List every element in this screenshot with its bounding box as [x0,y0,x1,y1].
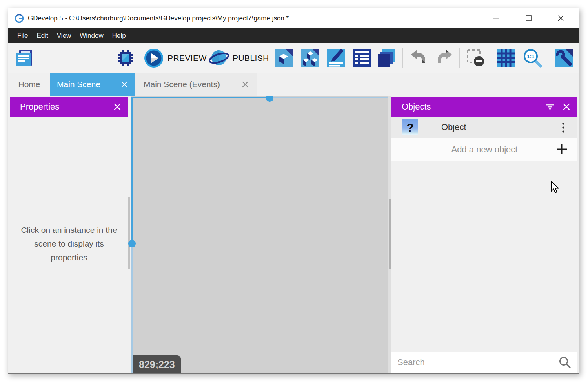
objects-list-icon [352,48,372,68]
window-title: GDevelop 5 - C:\Users\charburg\Documents… [28,8,289,28]
tab-main-scene-events[interactable]: Main Scene (Events) [135,73,257,96]
desktop: GDevelop 5 - C:\Users\charburg\Documents… [0,0,588,384]
clear-mask-button[interactable] [466,48,486,68]
edit-scene-properties-button[interactable] [326,48,346,68]
objects-editor-icon [273,48,294,68]
publish-label[interactable]: PUBLISH [233,43,269,73]
publish-globe-icon [209,48,229,68]
toolbar-separator [459,48,460,68]
gdevelop-logo-icon [14,13,24,24]
menu-edit[interactable]: Edit [32,28,52,43]
tab-main-scene[interactable]: Main Scene [50,73,135,96]
object-list-item[interactable]: ? Object [391,117,577,138]
edit-object-groups-button[interactable] [300,48,320,68]
kebab-menu-icon [562,123,564,133]
close-icon [558,15,564,21]
close-window-button[interactable] [552,11,570,26]
edit-objects-button[interactable] [273,48,294,68]
editor-content: Properties Click on an instance in the s… [8,96,579,373]
toolbar-separator [491,48,491,68]
properties-panel-title: Properties [10,102,59,112]
menu-help[interactable]: Help [108,28,130,43]
undo-button[interactable] [408,48,428,68]
grid-icon [496,48,517,68]
mouse-cursor [550,181,561,195]
zoom-1-1-icon: 1:1 [522,48,543,68]
scene-resize-handle-left[interactable] [128,240,136,247]
preview-button[interactable] [144,48,164,68]
properties-panel: Properties Click on an instance in the s… [10,97,128,373]
maximize-button[interactable] [519,11,537,26]
open-settings-button[interactable] [554,48,574,68]
properties-scrollbar[interactable] [128,197,130,269]
debugger-button[interactable] [115,48,136,68]
menu-file[interactable]: File [13,28,32,43]
publish-button[interactable] [209,48,229,68]
plus-icon [556,143,568,155]
instances-list-icon [376,48,397,68]
zoom-original-button[interactable]: 1:1 [522,48,543,68]
open-instances-list-button[interactable] [376,48,397,68]
toolbar-separator [402,48,403,68]
filter-objects-button[interactable] [546,103,554,111]
objects-search-input[interactable] [391,357,559,368]
minimize-button[interactable] [487,11,505,26]
search-icon [559,356,571,369]
redo-button[interactable] [435,48,455,68]
menu-bar: File Edit View Window Help [8,28,579,43]
zoom-ratio-label: 1:1 [527,53,535,59]
canvas-scrollbar-thumb[interactable] [389,199,391,269]
scene-border-left-light [131,243,133,373]
mask-remove-icon [466,48,486,68]
open-objects-list-button[interactable] [352,48,372,68]
tab-main-scene-events-label: Main Scene (Events) [144,80,220,89]
editor-tab-bar: Home Main Scene Main Scene (Events) [8,73,579,96]
toolbar-separator [548,48,548,68]
properties-empty-message: Click on an instance in the scene to dis… [10,223,128,264]
preview-play-icon [144,48,164,68]
close-icon [121,81,127,88]
toolbar: PREVIEW PUBLISH [8,43,579,73]
close-icon [563,103,570,110]
close-tab-events-button[interactable] [242,81,249,88]
preview-label[interactable]: PREVIEW [167,43,207,73]
scene-border-top-light [269,97,388,98]
debugger-icon [115,48,136,68]
wrench-tools-icon [554,48,574,68]
redo-icon [435,48,455,68]
close-icon [242,81,248,88]
tab-main-scene-label: Main Scene [57,80,100,89]
scene-border-left [131,97,133,243]
canvas-scrollbar-track[interactable] [388,96,391,373]
close-tab-main-scene-button[interactable] [121,81,128,88]
maximize-icon [526,15,532,21]
undo-icon [408,48,428,68]
toggle-grid-button[interactable] [496,48,517,68]
minimize-icon [493,18,499,19]
scene-border-top [131,97,269,98]
add-object-row[interactable]: Add a new object [391,138,577,161]
close-objects-panel-button[interactable] [563,103,570,111]
menu-window[interactable]: Window [75,28,107,43]
close-icon [114,103,121,110]
filter-icon [546,103,554,110]
window-controls [487,8,570,28]
properties-panel-header: Properties [10,97,128,117]
object-menu-button[interactable] [559,122,567,133]
menu-view[interactable]: View [53,28,76,43]
scene-canvas[interactable]: 829;223 [131,96,388,373]
close-properties-panel-button[interactable] [113,103,121,111]
object-groups-icon [300,48,320,68]
object-name-label: Object [441,122,466,132]
objects-panel-title: Objects [391,102,431,112]
project-manager-button[interactable] [14,48,35,68]
title-bar: GDevelop 5 - C:\Users\charburg\Documents… [8,8,579,28]
add-object-button[interactable] [556,143,568,155]
objects-panel-header: Objects [391,97,577,117]
tab-home[interactable]: Home [8,73,50,96]
scene-properties-pencil-icon [326,48,346,68]
objects-search-bar [391,352,577,373]
objects-panel: Objects ? Object [391,97,577,373]
scene-resize-handle-top[interactable] [266,96,273,102]
tab-home-label: Home [18,80,40,89]
